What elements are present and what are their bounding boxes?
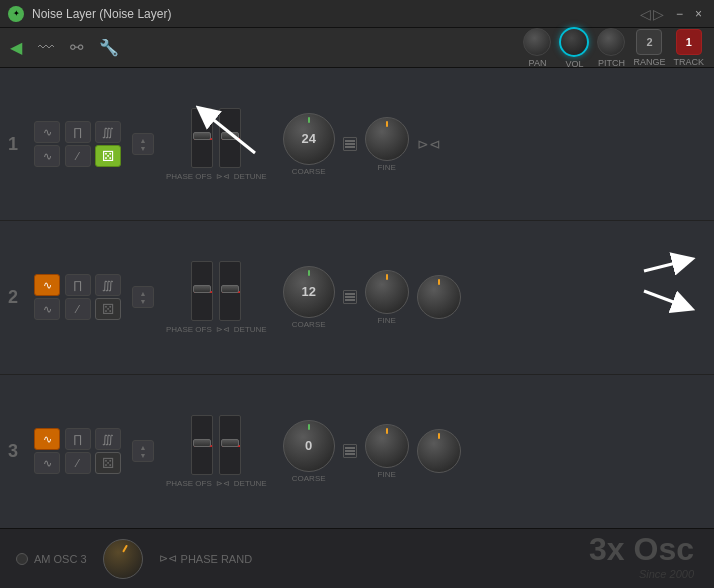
- detune-fader-1[interactable]: [219, 108, 241, 168]
- svg-line-4: [644, 261, 684, 271]
- coarse-val-2: 12: [301, 284, 315, 299]
- wave-sine2-3[interactable]: ∿: [34, 452, 60, 474]
- close-button[interactable]: ×: [691, 7, 706, 21]
- speaker-icon[interactable]: ◀: [10, 38, 22, 57]
- pitch-knob[interactable]: [597, 28, 625, 56]
- osc-1-wave-selector: ∿ ∏ ∭ ∿ ∕ ⚄: [34, 121, 124, 167]
- wave-random-1[interactable]: ⚄: [95, 145, 121, 167]
- phase-ofs-label-3: PHASE OFS: [166, 479, 212, 488]
- osc-3-number: 3: [8, 441, 28, 462]
- coarse-knob-3[interactable]: 0: [283, 420, 335, 472]
- node-icon[interactable]: ⚯: [70, 38, 83, 57]
- range-control: 2 RANGE: [633, 29, 665, 67]
- brand: 3x Osc Since 2000: [589, 531, 694, 580]
- range-badge[interactable]: 2: [636, 29, 662, 55]
- phase-fader-2[interactable]: [191, 261, 213, 321]
- osc-row-2: 2 ∿ ∏ ∭ ∿ ∕ ⚄ ▲ ▼: [0, 221, 714, 374]
- toolbar: ◀ 〰 ⚯ 🔧 PAN VOL PITCH 2 RANGE 1 TRACK: [0, 28, 714, 68]
- brand-tagline: Since 2000: [589, 568, 694, 580]
- osc-2-knobs: 12 COARSE FINE: [283, 266, 461, 329]
- nav-arrows: ◁ ▷: [640, 6, 664, 22]
- wave-sine2-2[interactable]: ∿: [34, 298, 60, 320]
- am-osc-label: AM OSC 3: [16, 553, 87, 565]
- fine-control-2: FINE: [365, 270, 409, 325]
- wave-random-3[interactable]: ⚄: [95, 452, 121, 474]
- am-osc-radio[interactable]: [16, 553, 28, 565]
- wave-tri-3[interactable]: ∭: [95, 428, 121, 450]
- coarse-val-1: 24: [301, 131, 315, 146]
- coarse-control-2: 12 COARSE: [283, 266, 335, 329]
- phase-rand-arrows: ⊳⊲: [159, 552, 177, 565]
- coarse-val-3: 0: [305, 438, 312, 453]
- osc-2-faders: PHASE OFS ⊳⊲ DETUNE: [166, 261, 267, 334]
- fine-knob-3[interactable]: [365, 424, 409, 468]
- fine-label-3: FINE: [378, 470, 396, 479]
- phase-fader-3[interactable]: [191, 415, 213, 475]
- osc-1-faders: PHASE OFS ⊳⊲ DETUNE: [166, 108, 267, 181]
- wave-icon[interactable]: 〰: [38, 39, 54, 57]
- annotation-arrows-2: [614, 241, 704, 325]
- osc-3-faders: PHASE OFS ⊳⊲ DETUNE: [166, 415, 267, 488]
- wave-tri-2[interactable]: ∭: [95, 274, 121, 296]
- app-icon: [8, 6, 24, 22]
- wave-saw-1[interactable]: ∕: [65, 145, 91, 167]
- am-osc-text: AM OSC 3: [34, 553, 87, 565]
- phase-rand-label: ⊳⊲ PHASE RAND: [159, 552, 253, 565]
- wave-square-2[interactable]: ∏: [65, 274, 91, 296]
- wave-sine-3[interactable]: ∿: [34, 428, 60, 450]
- wave-sine-2[interactable]: ∿: [34, 274, 60, 296]
- osc-2-wave-selector: ∿ ∏ ∭ ∿ ∕ ⚄: [34, 274, 124, 320]
- phase-rand-text: PHASE RAND: [181, 553, 253, 565]
- title-bar: Noise Layer (Noise Layer) ◁ ▷ − ×: [0, 0, 714, 28]
- bottom-knob-tick: [122, 544, 128, 552]
- window-controls: − ×: [672, 7, 706, 21]
- pan-label: PAN: [529, 58, 547, 68]
- wave-saw-2[interactable]: ∕: [65, 298, 91, 320]
- wave-square-1[interactable]: ∏: [65, 121, 91, 143]
- wrench-icon[interactable]: 🔧: [99, 38, 119, 57]
- nav-left-icon[interactable]: ◁: [640, 6, 651, 22]
- fine-control-3: FINE: [365, 424, 409, 479]
- brand-name: 3x Osc: [589, 531, 694, 568]
- coarse-label-2: COARSE: [292, 320, 326, 329]
- osc-row-1: 1 ∿ ∏ ∭ ∿ ∕ ⚄ ▲ ▼: [0, 68, 714, 221]
- fine-knob-2[interactable]: [365, 270, 409, 314]
- vol-knob[interactable]: [559, 27, 589, 57]
- wave-tri-1[interactable]: ∭: [95, 121, 121, 143]
- detune-fader-3[interactable]: [219, 415, 241, 475]
- wave-sine2-1[interactable]: ∿: [34, 145, 60, 167]
- detune-fader-2[interactable]: [219, 261, 241, 321]
- pan-knob[interactable]: [523, 28, 551, 56]
- track-badge[interactable]: 1: [676, 29, 702, 55]
- detune-label-2: DETUNE: [234, 325, 267, 334]
- osc-2-number: 2: [8, 287, 28, 308]
- spread-btn-3[interactable]: ▲ ▼: [132, 440, 154, 462]
- bottom-knob[interactable]: [103, 539, 143, 579]
- minimize-button[interactable]: −: [672, 7, 687, 21]
- spread-btn-1[interactable]: ▲ ▼: [132, 133, 154, 155]
- coarse-knob-2[interactable]: 12: [283, 266, 335, 318]
- wave-saw-3[interactable]: ∕: [65, 452, 91, 474]
- phase-fader-1[interactable]: [191, 108, 213, 168]
- coarse-label-3: COARSE: [292, 474, 326, 483]
- wave-square-3[interactable]: ∏: [65, 428, 91, 450]
- fine-knob-1[interactable]: [365, 117, 409, 161]
- coarse-knob-1[interactable]: 24: [283, 113, 335, 165]
- extra-knob-2[interactable]: [417, 275, 461, 319]
- spread-btn-2[interactable]: ▲ ▼: [132, 286, 154, 308]
- arrow-icon-2: ⊳⊲: [216, 325, 230, 334]
- wave-random-2[interactable]: ⚄: [95, 298, 121, 320]
- osc-3-wave-selector: ∿ ∏ ∭ ∿ ∕ ⚄: [34, 428, 124, 474]
- pitch-control: PITCH: [597, 28, 625, 68]
- detune-label-1: DETUNE: [234, 172, 267, 181]
- eq-icon-3: [343, 444, 357, 458]
- track-control: 1 TRACK: [673, 29, 704, 67]
- eq-icon-2: [343, 290, 357, 304]
- main-area: 1 ∿ ∏ ∭ ∿ ∕ ⚄ ▲ ▼: [0, 68, 714, 528]
- mono-icon-1: ⊳⊲: [417, 136, 441, 152]
- coarse-label-1: COARSE: [292, 167, 326, 176]
- extra-knob-3[interactable]: [417, 429, 461, 473]
- eq-icon-1: [343, 137, 357, 151]
- wave-sine-1[interactable]: ∿: [34, 121, 60, 143]
- nav-right-icon[interactable]: ▷: [653, 6, 664, 22]
